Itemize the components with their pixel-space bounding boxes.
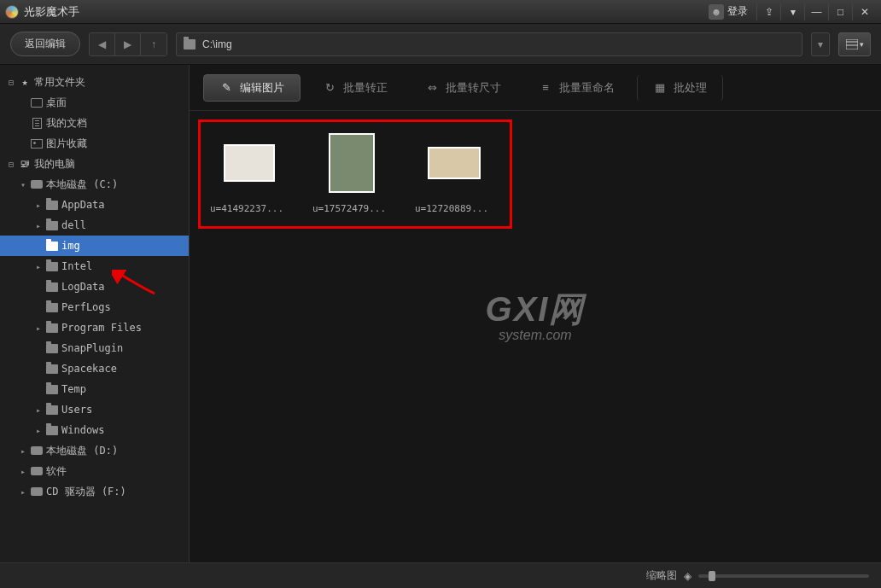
tree-folder-spacekace[interactable]: Spacekace (0, 358, 189, 379)
statusbar: 缩略图 ◈ (0, 562, 881, 588)
app-title: 光影魔术手 (24, 4, 79, 20)
thumbnail-item[interactable]: u=17572479... (312, 133, 391, 214)
view-mode-button[interactable]: ▾ (838, 32, 871, 56)
tree-mycomputer[interactable]: ⊟ 🖳 我的电脑 (0, 154, 189, 174)
path-dropdown[interactable]: ▾ (811, 32, 830, 56)
thumbnail-image (428, 147, 481, 179)
pin-button[interactable]: ⇪ (756, 3, 780, 20)
folder-icon (184, 39, 195, 49)
nav-back-button[interactable]: ◀ (90, 33, 115, 55)
svg-rect-0 (846, 39, 858, 49)
tree-drive-d[interactable]: ▸ 本地磁盘 (D:) (0, 440, 189, 461)
expand-icon: ▸ (32, 405, 44, 415)
path-input[interactable]: C:\img (176, 32, 802, 56)
shield-icon: ◈ (684, 570, 691, 582)
thumbnail-size-label: 缩略图 (646, 568, 677, 583)
tree-folder-temp[interactable]: Temp (0, 379, 189, 399)
folder-icon (46, 201, 58, 210)
thumbs-area[interactable]: u=41492237...u=17572479...u=12720889... … (190, 111, 881, 562)
folder-icon (46, 364, 58, 374)
drive-icon (31, 180, 43, 189)
slider-knob[interactable] (709, 571, 715, 581)
pictures-icon (31, 139, 43, 148)
tree-folder-users[interactable]: ▸Users (0, 399, 189, 420)
back-to-edit-button[interactable]: 返回编辑 (10, 32, 80, 56)
main-area: ⊟ ★ 常用文件夹 桌面 我的文档 图片收藏 ⊟ 🖳 我的电脑 ▾ 本地磁盘 ( (0, 65, 881, 562)
minimize-button[interactable]: — (804, 3, 828, 20)
tree-folder-logdata[interactable]: LogData (0, 277, 189, 297)
folder-icon (46, 426, 58, 435)
nav-forward-button[interactable]: ▶ (115, 33, 141, 55)
rename-icon: ≡ (539, 81, 552, 95)
expand-icon: ▸ (17, 487, 29, 497)
expand-icon: ▸ (17, 467, 29, 476)
toolbar: ✎ 编辑图片 ↻ 批量转正 ⇔ 批量转尺寸 ≡ 批量重命名 ▦ 批处理 (190, 65, 881, 111)
thumbnail-caption: u=12720889... (415, 203, 493, 214)
expand-icon: ▸ (17, 446, 29, 456)
watermark-overlay: GXI网 system.com (486, 286, 586, 343)
folder-icon (46, 405, 58, 415)
cd-icon (31, 487, 43, 496)
user-icon: ☻ (709, 4, 724, 20)
favorites-icon: ★ (17, 76, 32, 88)
nav-button-group: ◀ ▶ ↑ (89, 32, 167, 56)
batch-resize-button[interactable]: ⇔ 批量转尺寸 (410, 75, 516, 101)
folder-icon (46, 262, 58, 271)
batch-process-button[interactable]: ▦ 批处理 (637, 75, 723, 101)
tree-drive-c[interactable]: ▾ 本地磁盘 (C:) (0, 174, 189, 195)
batch-icon: ▦ (653, 81, 667, 95)
batch-rotate-button[interactable]: ↻ 批量转正 (307, 75, 403, 101)
drive-icon (31, 446, 43, 455)
thumbnail-item[interactable]: u=12720889... (415, 133, 493, 214)
tree-folder-perflogs[interactable]: PerfLogs (0, 297, 189, 317)
expand-icon: ▸ (32, 221, 44, 230)
folder-icon (46, 344, 58, 353)
tree-drive-cd[interactable]: ▸ CD 驱动器 (F:) (0, 481, 189, 502)
tree-pictures[interactable]: 图片收藏 (0, 133, 189, 154)
thumb-size-slider[interactable] (698, 574, 869, 578)
thumbnail-caption: u=17572479... (312, 203, 391, 214)
drive-icon (31, 467, 43, 475)
batch-rename-button[interactable]: ≡ 批量重命名 (523, 75, 630, 101)
expand-icon: ▸ (32, 262, 44, 271)
tree-drive-soft[interactable]: ▸ 软件 (0, 461, 189, 481)
tree-desktop[interactable]: 桌面 (0, 92, 189, 113)
expand-icon: ▸ (32, 201, 44, 210)
path-text: C:\img (202, 38, 232, 50)
desktop-icon (31, 98, 43, 108)
thumbnail-item[interactable]: u=41492237... (210, 133, 289, 214)
settings-dropdown[interactable]: ▾ (780, 3, 804, 20)
computer-icon: 🖳 (17, 158, 32, 170)
close-button[interactable]: ✕ (852, 3, 876, 20)
folder-icon (46, 242, 58, 251)
collapse-icon: ⊟ (5, 78, 17, 87)
thumbnail-image (224, 144, 275, 182)
content-pane: ✎ 编辑图片 ↻ 批量转正 ⇔ 批量转尺寸 ≡ 批量重命名 ▦ 批处理 u=41… (190, 65, 881, 562)
document-icon (32, 118, 42, 129)
rotate-icon: ↻ (323, 81, 336, 95)
folder-icon (46, 323, 58, 333)
tree-folder-appdata[interactable]: ▸AppData (0, 195, 189, 215)
folder-icon (46, 303, 58, 312)
tree-folder-intel[interactable]: ▸Intel (0, 256, 189, 277)
nav-up-button[interactable]: ↑ (141, 33, 166, 55)
edit-image-button[interactable]: ✎ 编辑图片 (203, 74, 300, 102)
thumbnail-image (329, 133, 375, 193)
tree-folder-snapplugin[interactable]: SnapPlugin (0, 338, 189, 358)
tree-folder-program-files[interactable]: ▸Program Files (0, 317, 189, 338)
folder-icon (46, 385, 58, 394)
folder-tree: ⊟ ★ 常用文件夹 桌面 我的文档 图片收藏 ⊟ 🖳 我的电脑 ▾ 本地磁盘 ( (0, 65, 190, 562)
maximize-button[interactable]: □ (828, 3, 852, 20)
tree-favorites[interactable]: ⊟ ★ 常用文件夹 (0, 72, 189, 92)
thumbnail-caption: u=41492237... (210, 203, 289, 214)
navbar: 返回编辑 ◀ ▶ ↑ C:\img ▾ ▾ (0, 24, 881, 65)
pencil-icon: ✎ (219, 81, 233, 95)
collapse-icon: ▾ (17, 180, 29, 189)
tree-folder-windows[interactable]: ▸Windows (0, 420, 189, 440)
login-button[interactable]: ☻ 登录 (709, 4, 748, 20)
login-label: 登录 (727, 4, 748, 19)
tree-documents[interactable]: 我的文档 (0, 113, 189, 133)
collapse-icon: ⊟ (5, 160, 17, 169)
tree-folder-dell[interactable]: ▸dell (0, 215, 189, 236)
tree-folder-img[interactable]: img (0, 236, 189, 256)
